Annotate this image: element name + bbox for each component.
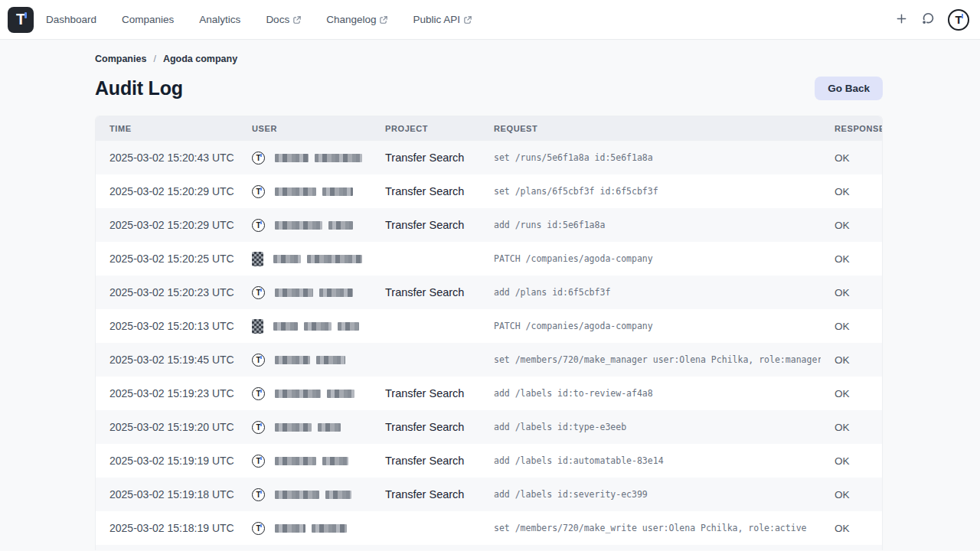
redacted-name-block	[275, 187, 316, 196]
cell-project: Transfer Search	[371, 219, 480, 231]
cell-response: OK	[821, 354, 882, 366]
nav-item-analytics[interactable]: Analytics	[199, 14, 240, 25]
table-row: 2025-03-02 15:19:45 UTCTset /members/720…	[96, 343, 882, 377]
cell-request: add /runs id:5e6f1a8a	[480, 220, 821, 230]
redacted-name-block	[275, 289, 313, 297]
go-back-button[interactable]: Go Back	[815, 77, 883, 100]
cell-response: OK	[821, 455, 882, 467]
cell-request: set /runs/5e6f1a8a id:5e6f1a8a	[480, 152, 821, 163]
table-row: 2025-03-02 15:20:29 UTCTTransfer Searcha…	[96, 208, 882, 242]
cell-user: T	[238, 387, 371, 400]
cell-project: Transfer Search	[371, 488, 480, 500]
nav-item-changelog[interactable]: Changelog	[326, 14, 387, 25]
redacted-name-block	[275, 154, 309, 162]
blurred-photo-avatar-icon	[252, 319, 263, 334]
cell-request: add /labels id:type-e3eeb	[480, 422, 821, 432]
table-row: 2025-03-02 15:20:23 UTCTTransfer Searcha…	[96, 276, 882, 309]
redacted-name-block	[307, 255, 362, 263]
cell-user: T	[238, 152, 371, 165]
cell-time: 2025-03-02 15:20:43 UTC	[96, 152, 238, 164]
table-row: 2025-03-02 15:20:25 UTCPATCH /companies/…	[96, 242, 882, 276]
redacted-name-block	[275, 356, 310, 364]
cell-request: add /labels id:to-review-af4a8	[480, 388, 821, 399]
nav-actions: T	[896, 9, 969, 31]
external-link-icon	[380, 16, 387, 24]
redacted-user-name	[275, 221, 353, 230]
nav-item-docs[interactable]: Docs	[266, 14, 301, 25]
breadcrumb: Companies / Agoda company	[95, 40, 883, 64]
cell-response: OK	[821, 186, 882, 197]
table-header-row: TIME USER PROJECT REQUEST RESPONSE	[96, 116, 882, 141]
cell-response: OK	[821, 253, 882, 265]
cell-response: OK	[821, 422, 882, 433]
redacted-user-name	[275, 457, 348, 465]
cell-time: 2025-03-02 15:18:19 UTC	[96, 522, 238, 534]
cell-user: T	[238, 286, 371, 299]
cell-project: Transfer Search	[371, 286, 480, 298]
nav-item-dashboard[interactable]: Dashboard	[46, 14, 96, 25]
table-row: 2025-03-02 15:20:29 UTCTTransfer Searchs…	[96, 174, 882, 208]
redacted-name-block	[275, 390, 321, 398]
nav-items: DashboardCompaniesAnalyticsDocsChangelog…	[46, 14, 472, 25]
blurred-photo-avatar-icon	[252, 252, 263, 266]
table-row: 2025-03-02 15:19:23 UTCTTransfer Searcha…	[96, 377, 882, 410]
cell-project: Transfer Search	[371, 421, 480, 433]
redacted-name-block	[275, 457, 316, 465]
redacted-user-name	[275, 390, 354, 398]
table-row: 2025-03-02 15:20:13 UTCPATCH /companies/…	[96, 309, 882, 343]
cell-request: add /plans id:6f5cbf3f	[480, 287, 821, 298]
brand-logo-avatar-icon: T	[252, 286, 265, 299]
table-row: 2025-03-02 15:19:20 UTCTTransfer Searcha…	[96, 410, 882, 444]
redacted-name-block	[316, 356, 345, 364]
page-content: Companies / Agoda company Audit Log Go B…	[95, 40, 883, 550]
nav-item-label: Changelog	[326, 14, 376, 25]
cell-user	[238, 319, 371, 334]
support-button[interactable]	[920, 11, 935, 28]
brand-logo-avatar-icon: T	[252, 354, 265, 367]
cell-response: OK	[821, 523, 882, 534]
brand-logo-avatar-icon: T	[252, 387, 265, 400]
redacted-name-block	[273, 255, 301, 263]
nav-item-label: Analytics	[199, 14, 240, 25]
cell-time: 2025-03-02 15:19:45 UTC	[96, 354, 238, 366]
breadcrumb-companies[interactable]: Companies	[95, 54, 146, 64]
external-link-icon	[293, 16, 301, 24]
nav-item-label: Companies	[122, 14, 174, 25]
cell-user	[238, 252, 371, 266]
redacted-name-block	[275, 423, 312, 432]
brand-logo[interactable]: T	[8, 7, 34, 33]
cell-time: 2025-03-02 15:20:29 UTC	[96, 219, 238, 231]
redacted-user-name	[275, 524, 347, 533]
cell-request: add /labels id:severity-ec399	[480, 489, 821, 500]
column-header-request: REQUEST	[480, 124, 821, 133]
brand-logo-accent	[24, 12, 27, 18]
nav-item-companies[interactable]: Companies	[122, 14, 174, 25]
redacted-name-block	[318, 423, 341, 432]
redacted-name-block	[338, 322, 359, 331]
column-header-user: USER	[238, 124, 371, 133]
column-header-project: PROJECT	[371, 124, 480, 133]
user-avatar[interactable]: T	[948, 9, 969, 31]
redacted-user-name	[273, 255, 362, 263]
redacted-user-name	[275, 356, 345, 364]
cell-time: 2025-03-02 15:19:20 UTC	[96, 421, 238, 433]
cell-request: set /members/720/make_manager user:Olena…	[480, 354, 821, 365]
cell-request: PATCH /companies/agoda-company	[480, 253, 821, 264]
nav-item-public-api[interactable]: Public API	[413, 14, 472, 25]
cell-user: T	[238, 488, 371, 501]
redacted-name-block	[304, 322, 332, 331]
redacted-name-block	[312, 524, 347, 533]
redacted-user-name	[275, 187, 353, 196]
redacted-name-block	[275, 491, 319, 499]
cell-project: Transfer Search	[371, 152, 480, 164]
redacted-name-block	[325, 491, 351, 499]
external-link-icon	[464, 16, 472, 24]
cell-request: PATCH /companies/agoda-company	[480, 321, 821, 331]
column-header-time: TIME	[96, 124, 238, 133]
add-button[interactable]	[896, 13, 907, 27]
cell-time: 2025-03-02 15:19:18 UTC	[96, 488, 238, 500]
cell-response: OK	[821, 152, 882, 164]
redacted-user-name	[275, 423, 341, 432]
brand-logo-avatar-icon: T	[252, 185, 265, 198]
redacted-name-block	[327, 390, 354, 398]
